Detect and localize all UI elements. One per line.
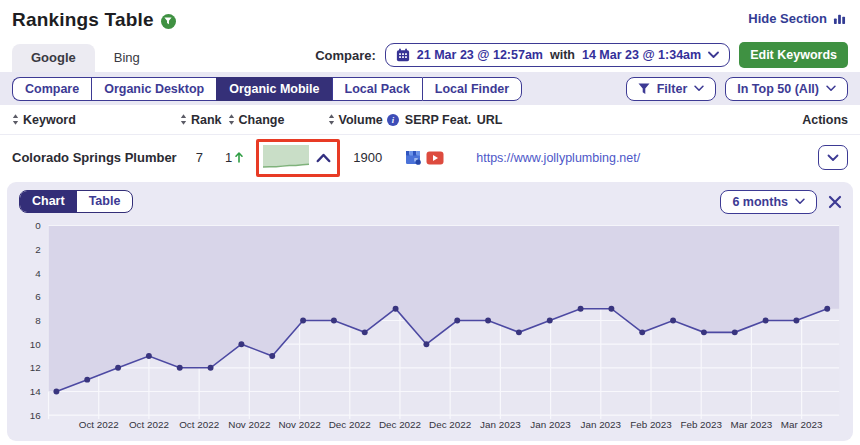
column-header-change[interactable]: Change <box>222 113 328 127</box>
result-url-link[interactable]: https://www.jollyplumbing.net/ <box>476 151 640 165</box>
chevron-down-icon <box>694 85 704 92</box>
compare-date-from: 21 Mar 23 @ 12:57am <box>417 48 543 62</box>
arrow-up-icon <box>235 152 243 163</box>
column-header-url: URL <box>477 113 796 127</box>
svg-text:Jan 2023: Jan 2023 <box>480 419 521 430</box>
chart-section: Chart Table 6 months 0246810121416Oct 20… <box>7 182 853 441</box>
serp-features-cell <box>398 150 476 165</box>
svg-text:Feb 2023: Feb 2023 <box>680 419 722 430</box>
compare-with-label: with <box>550 48 575 62</box>
video-icon <box>426 151 444 165</box>
range-label: 6 months <box>732 195 788 209</box>
svg-text:Jan 2023: Jan 2023 <box>530 419 571 430</box>
google-business-profile-icon <box>405 150 422 165</box>
funnel-badge-icon <box>161 14 176 29</box>
compare-controls: Compare: 21 Mar 23 @ 12:57am with 14 Mar… <box>315 42 848 72</box>
chevron-down-icon <box>827 154 839 162</box>
keyword-name: Colorado Springs Plumber <box>12 150 177 165</box>
column-header-rank[interactable]: Rank <box>180 113 222 127</box>
svg-text:16: 16 <box>30 410 41 421</box>
chart-header: Chart Table 6 months <box>15 189 845 214</box>
tabs-and-compare-band: Google Bing Compare: 21 Mar 23 @ 12:57am… <box>0 40 860 72</box>
segment-local-finder[interactable]: Local Finder <box>422 77 522 101</box>
svg-text:2: 2 <box>35 244 40 255</box>
sort-icon[interactable] <box>12 114 19 125</box>
column-header-volume[interactable]: Volume i <box>328 113 399 127</box>
top-rank-filter-label: In Top 50 (All) <box>737 82 819 96</box>
change-value: 1 <box>225 150 232 165</box>
svg-text:6: 6 <box>35 291 41 302</box>
top-rank-filter-dropdown[interactable]: In Top 50 (All) <box>725 77 848 101</box>
title-row: Rankings Table <box>12 9 176 31</box>
svg-text:Feb 2023: Feb 2023 <box>630 419 672 430</box>
sort-icon[interactable] <box>328 114 335 125</box>
filter-strip: Compare Organic Desktop Organic Mobile L… <box>0 72 860 105</box>
toggle-table[interactable]: Table <box>77 191 133 212</box>
chart-table-toggle: Chart Table <box>19 190 133 213</box>
chevron-up-icon[interactable] <box>316 153 331 163</box>
volume-value: 1900 <box>353 150 398 165</box>
range-dropdown-button[interactable]: 6 months <box>720 190 817 214</box>
top-bar: Rankings Table Hide Section <box>0 0 860 40</box>
svg-text:Jan 2023: Jan 2023 <box>581 419 622 430</box>
filter-dropdown-button[interactable]: Filter <box>626 77 717 101</box>
table-header-row: Keyword Rank Change Volume i SERP Feat. … <box>0 105 860 135</box>
calendar-icon <box>396 48 410 62</box>
close-icon[interactable] <box>828 195 842 209</box>
svg-text:Nov 2022: Nov 2022 <box>228 419 270 430</box>
filter-right-controls: Filter In Top 50 (All) <box>626 77 848 101</box>
tab-google[interactable]: Google <box>12 44 95 72</box>
compare-label: Compare: <box>315 48 376 63</box>
segment-organic-mobile[interactable]: Organic Mobile <box>216 77 331 101</box>
serp-feature-icons <box>404 150 444 165</box>
segment-compare[interactable]: Compare <box>12 77 91 101</box>
row-actions-dropdown-button[interactable] <box>818 145 848 170</box>
rank-history-chart: 0246810121416Oct 2022Oct 2022Oct 2022Nov… <box>15 218 845 433</box>
url-cell: https://www.jollyplumbing.net/ <box>476 151 796 165</box>
search-engine-tabs: Google Bing <box>12 44 159 72</box>
svg-text:10: 10 <box>30 339 41 350</box>
svg-text:12: 12 <box>30 362 41 373</box>
table-row: Colorado Springs Plumber 7 1 1900 <box>0 135 860 180</box>
rank-type-segmented-control: Compare Organic Desktop Organic Mobile L… <box>12 77 522 101</box>
compare-date-range-dropdown[interactable]: 21 Mar 23 @ 12:57am with 14 Mar 23 @ 1:3… <box>385 43 730 67</box>
hide-section-label: Hide Section <box>748 11 827 26</box>
rank-sparkline[interactable] <box>263 145 309 171</box>
chevron-down-icon <box>708 51 719 59</box>
highlight-box <box>256 139 340 177</box>
funnel-icon <box>638 83 650 95</box>
actions-cell <box>796 145 848 170</box>
svg-text:14: 14 <box>30 386 41 397</box>
change-value-wrap: 1 <box>220 150 243 165</box>
svg-text:Oct 2022: Oct 2022 <box>129 419 169 430</box>
svg-text:8: 8 <box>35 315 41 326</box>
svg-text:0: 0 <box>35 220 41 231</box>
segment-organic-desktop[interactable]: Organic Desktop <box>91 77 216 101</box>
column-header-keyword[interactable]: Keyword <box>12 113 180 127</box>
chevron-down-icon <box>826 85 836 92</box>
tab-bing[interactable]: Bing <box>95 44 159 72</box>
sort-icon[interactable] <box>228 114 235 125</box>
svg-text:Oct 2022: Oct 2022 <box>179 419 219 430</box>
rank-value: 7 <box>196 150 214 165</box>
filter-button-label: Filter <box>657 82 688 96</box>
svg-text:Dec 2022: Dec 2022 <box>329 419 371 430</box>
change-cell: 1 <box>214 139 340 177</box>
sort-icon[interactable] <box>180 114 187 125</box>
column-header-actions: Actions <box>796 113 848 127</box>
hide-section-link[interactable]: Hide Section <box>748 11 846 26</box>
info-icon[interactable]: i <box>387 114 399 126</box>
volume-cell: 1900 <box>340 150 398 165</box>
toggle-chart[interactable]: Chart <box>20 191 77 212</box>
rankings-table-page: Rankings Table Hide Section Google Bing … <box>0 0 860 445</box>
chevron-down-icon <box>795 198 805 205</box>
column-header-serp-features: SERP Feat. <box>399 113 477 127</box>
svg-text:4: 4 <box>35 268 41 279</box>
svg-text:Dec 2022: Dec 2022 <box>429 419 471 430</box>
edit-keywords-button[interactable]: Edit Keywords <box>739 42 848 68</box>
rank-cell: 7 <box>180 150 214 165</box>
segment-local-pack[interactable]: Local Pack <box>332 77 422 101</box>
chart-range-controls: 6 months <box>720 190 842 214</box>
svg-text:Oct 2022: Oct 2022 <box>79 419 119 430</box>
compare-date-to: 14 Mar 23 @ 1:34am <box>582 48 701 62</box>
